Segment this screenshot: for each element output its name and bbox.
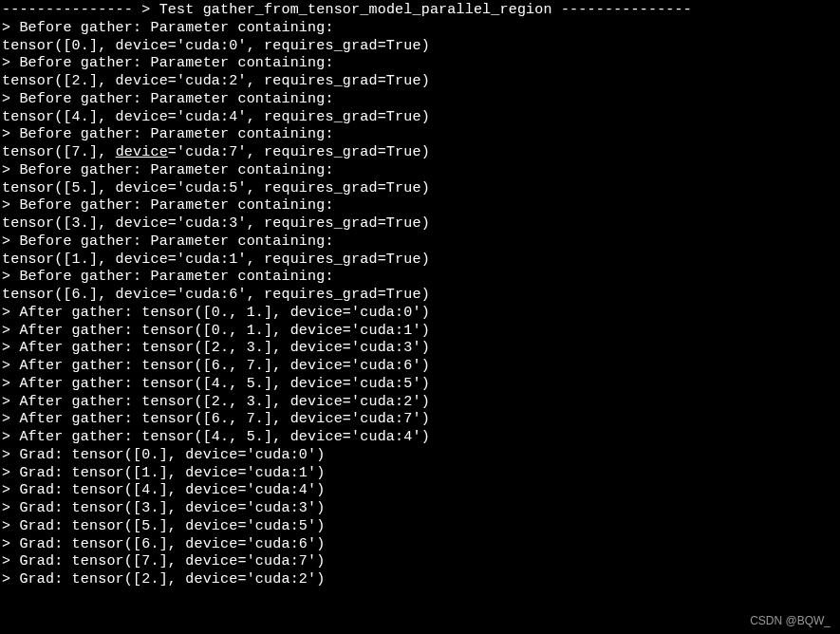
after-gather-section: > After gather: tensor([0., 1.], device=… — [2, 305, 840, 447]
before-gather-header-line: > Before gather: Parameter containing: — [2, 126, 840, 144]
header-label: Test gather_from_tensor_model_parallel_r… — [159, 2, 552, 18]
after-gather-line: > After gather: tensor([4., 5.], device=… — [2, 429, 840, 447]
grad-line: > Grad: tensor([6.], device='cuda:6') — [2, 536, 840, 554]
grad-line: > Grad: tensor([3.], device='cuda:3') — [2, 500, 840, 518]
before-gather-tensor-line: tensor([7.], device='cuda:7', requires_g… — [2, 144, 840, 162]
after-gather-line: > After gather: tensor([2., 3.], device=… — [2, 340, 840, 358]
before-gather-header-line: > Before gather: Parameter containing: — [2, 55, 840, 73]
before-gather-tensor-line: tensor([5.], device='cuda:5', requires_g… — [2, 180, 840, 198]
before-gather-tensor-line: tensor([4.], device='cuda:4', requires_g… — [2, 109, 840, 127]
header-arrow: > — [141, 2, 150, 18]
grad-section: > Grad: tensor([0.], device='cuda:0')> G… — [2, 447, 840, 589]
grad-line: > Grad: tensor([0.], device='cuda:0') — [2, 447, 840, 465]
grad-line: > Grad: tensor([4.], device='cuda:4') — [2, 482, 840, 500]
after-gather-line: > After gather: tensor([0., 1.], device=… — [2, 323, 840, 341]
test-header: --------------- > Test gather_from_tenso… — [2, 2, 840, 20]
before-gather-header-line: > Before gather: Parameter containing: — [2, 91, 840, 109]
grad-line: > Grad: tensor([7.], device='cuda:7') — [2, 553, 840, 571]
before-gather-tensor-line: tensor([1.], device='cuda:1', requires_g… — [2, 252, 840, 270]
after-gather-line: > After gather: tensor([6., 7.], device=… — [2, 358, 840, 376]
watermark: CSDN @BQW_ — [750, 614, 831, 628]
before-gather-header-line: > Before gather: Parameter containing: — [2, 162, 840, 180]
after-gather-line: > After gather: tensor([4., 5.], device=… — [2, 376, 840, 394]
header-dashes-left: --------------- — [2, 2, 133, 18]
header-dashes-right: --------------- — [561, 2, 692, 18]
before-gather-header-line: > Before gather: Parameter containing: — [2, 269, 840, 287]
after-gather-line: > After gather: tensor([2., 3.], device=… — [2, 394, 840, 412]
before-gather-header-line: > Before gather: Parameter containing: — [2, 233, 840, 252]
grad-line: > Grad: tensor([2.], device='cuda:2') — [2, 571, 840, 589]
before-gather-tensor-line: tensor([6.], device='cuda:6', requires_g… — [2, 287, 840, 305]
before-gather-header-line: > Before gather: Parameter containing: — [2, 197, 840, 215]
grad-line: > Grad: tensor([5.], device='cuda:5') — [2, 518, 840, 536]
after-gather-line: > After gather: tensor([6., 7.], device=… — [2, 411, 840, 429]
before-gather-section: > Before gather: Parameter containing:te… — [2, 20, 840, 305]
before-gather-tensor-line: tensor([2.], device='cuda:2', requires_g… — [2, 73, 840, 91]
before-gather-tensor-line: tensor([3.], device='cuda:3', requires_g… — [2, 215, 840, 233]
before-gather-tensor-line: tensor([0.], device='cuda:0', requires_g… — [2, 38, 840, 56]
after-gather-line: > After gather: tensor([0., 1.], device=… — [2, 305, 840, 323]
before-gather-header-line: > Before gather: Parameter containing: — [2, 20, 840, 38]
grad-line: > Grad: tensor([1.], device='cuda:1') — [2, 465, 840, 483]
